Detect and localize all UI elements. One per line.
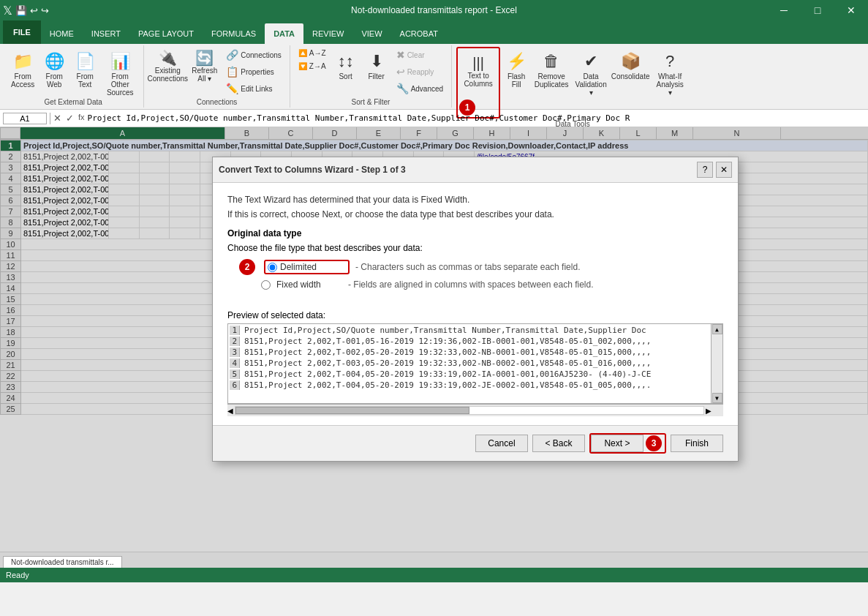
from-text-label: FromText xyxy=(77,72,94,89)
fixed-width-label[interactable]: Fixed width xyxy=(276,279,342,290)
insert-function-icon[interactable]: fx xyxy=(78,113,85,124)
tab-acrobat[interactable]: ACROBAT xyxy=(391,23,447,44)
connections-button[interactable]: 🔗 Connections xyxy=(222,47,285,63)
preview-horizontal-scrollbar[interactable]: ◀ ▶ xyxy=(227,404,723,416)
tab-page-layout[interactable]: PAGE LAYOUT xyxy=(129,23,203,44)
what-if-label: What-IfAnalysis ▾ xyxy=(654,72,685,97)
close-button[interactable]: ✕ xyxy=(834,0,868,20)
sort-za-icon: 🔽 xyxy=(298,62,307,70)
preview-cell-3: 8151,Project 2,002,T-002,05-20-2019 19:3… xyxy=(241,348,721,357)
window-title: Not-downloaded transmittals report - Exc… xyxy=(351,5,517,15)
clear-button[interactable]: ✖ Clear xyxy=(393,47,447,63)
sort-button[interactable]: ↕↕ Sort xyxy=(331,47,361,97)
connections-group-label: Connections xyxy=(197,98,238,106)
from-web-button[interactable]: 🌐 FromWeb xyxy=(39,47,69,97)
excel-icon: 𝕏 xyxy=(3,4,12,18)
what-if-button[interactable]: ? What-IfAnalysis ▾ xyxy=(651,47,689,97)
scroll-up-button[interactable]: ▲ xyxy=(712,324,722,334)
sort-az-button[interactable]: 🔼 A→Z xyxy=(295,47,330,59)
redo-icon[interactable]: ↪ xyxy=(41,5,49,16)
group-sort-filter: 🔼 A→Z 🔽 Z→A ↕↕ Sort ⬇ Filter ✖ Clear xyxy=(290,45,452,108)
minimize-button[interactable]: ─ xyxy=(767,0,801,20)
fixed-width-radio[interactable] xyxy=(261,280,271,290)
from-text-button[interactable]: 📄 FromText xyxy=(70,47,99,97)
scroll-right-button[interactable]: ▶ xyxy=(706,407,712,415)
maximize-button[interactable]: □ xyxy=(801,0,834,20)
text-to-columns-button[interactable]: ||| Text toColumns xyxy=(459,50,497,99)
tab-view[interactable]: VIEW xyxy=(352,23,390,44)
from-other-sources-button[interactable]: 📊 From OtherSources xyxy=(101,47,139,97)
formula-bar: ✕ ✓ fx Project Id,Project,SO/Quote numbe… xyxy=(0,110,868,127)
delimited-label[interactable]: Delimited xyxy=(280,262,346,272)
tab-insert[interactable]: INSERT xyxy=(83,23,129,44)
scroll-left-button[interactable]: ◀ xyxy=(227,407,233,415)
tab-home[interactable]: HOME xyxy=(41,23,83,44)
formula-content[interactable]: Project Id,Project,SO/Quote number,Trans… xyxy=(88,113,865,123)
data-tools-content: ||| Text toColumns 1 ⚡ FlashFill 🗑 Remov… xyxy=(456,47,689,119)
filter-button[interactable]: ⬇ Filter xyxy=(362,47,391,97)
tab-data[interactable]: DATA xyxy=(265,23,303,44)
formula-divider xyxy=(50,113,50,124)
preview-row-1: 1 Project Id,Project,SO/Quote number,Tra… xyxy=(230,326,721,335)
data-validation-button[interactable]: ✔ DataValidation ▾ xyxy=(572,47,610,97)
next-button[interactable]: Next > xyxy=(591,435,644,452)
preview-cell-1: Project Id,Project,SO/Quote number,Trans… xyxy=(241,326,721,335)
delimited-radio[interactable] xyxy=(268,263,277,272)
from-access-icon: 📁 xyxy=(13,52,33,71)
refresh-all-icon: 🔄 xyxy=(195,49,214,67)
dialog-help-button[interactable]: ? xyxy=(697,162,713,178)
enter-formula-icon[interactable]: ✓ xyxy=(66,113,74,124)
window-controls: ─ □ ✕ xyxy=(767,0,868,20)
advanced-button[interactable]: 🔧 Advanced xyxy=(393,80,447,97)
preview-cell-2: 8151,Project 2,002,T-001,05-16-2019 12:1… xyxy=(241,337,721,346)
sort-za-button[interactable]: 🔽 Z→A xyxy=(295,60,330,72)
scroll-down-button[interactable]: ▼ xyxy=(712,393,722,403)
cancel-button[interactable]: Cancel xyxy=(475,435,528,452)
connections-content: 🔌 ExistingConnections 🔄 RefreshAll ▾ 🔗 C… xyxy=(148,47,285,97)
save-icon[interactable]: 💾 xyxy=(15,5,27,16)
from-access-button[interactable]: 📁 FromAccess xyxy=(7,47,38,97)
preview-row-num-4: 4 xyxy=(230,358,240,368)
finish-button[interactable]: Finish xyxy=(671,435,723,452)
delimited-highlight: Delimited xyxy=(264,260,350,274)
edit-links-label: Edit Links xyxy=(241,85,272,93)
consolidate-icon: 📦 xyxy=(621,52,641,71)
filter-small-buttons: ✖ Clear ↩ Reapply 🔧 Advanced xyxy=(393,47,447,97)
tab-file[interactable]: FILE xyxy=(3,20,41,44)
dialog-close-button[interactable]: ✕ xyxy=(716,162,732,178)
from-text-icon: 📄 xyxy=(75,52,95,71)
edit-links-button[interactable]: ✏️ Edit Links xyxy=(222,80,285,97)
name-box[interactable] xyxy=(3,113,47,124)
existing-connections-label: ExistingConnections xyxy=(147,67,188,83)
consolidate-button[interactable]: 📦 Consolidate xyxy=(611,47,649,97)
dialog-title: Convert Text to Columns Wizard - Step 1 … xyxy=(219,165,406,175)
section-sub-label: Choose the file type that best describes… xyxy=(227,243,723,253)
properties-button[interactable]: 📋 Properties xyxy=(222,64,285,80)
connections-icon: 🔗 xyxy=(226,49,238,61)
tab-formulas[interactable]: FORMULAS xyxy=(203,23,265,44)
from-other-label: From OtherSources xyxy=(105,72,135,97)
properties-icon: 📋 xyxy=(226,66,238,78)
sheet-tab-1[interactable]: Not-downloaded transmittals r... xyxy=(3,556,122,568)
preview-label: Preview of selected data: xyxy=(227,310,723,320)
sort-label: Sort xyxy=(339,72,352,80)
preview-vertical-scrollbar[interactable]: ▲ ▼ xyxy=(711,324,722,403)
flash-fill-button[interactable]: ⚡ FlashFill xyxy=(502,47,531,97)
back-button[interactable]: < Back xyxy=(532,435,585,452)
reapply-button[interactable]: ↩ Reapply xyxy=(393,64,447,80)
next-button-highlight: Next > 3 xyxy=(589,433,666,454)
h-scroll-thumb[interactable] xyxy=(235,407,469,414)
preview-row-6: 6 8151,Project 2,002,T-004,05-20-2019 19… xyxy=(230,380,721,390)
existing-connections-button[interactable]: 🔌 ExistingConnections xyxy=(148,47,186,97)
tab-review[interactable]: REVIEW xyxy=(303,23,352,44)
delimited-radio-row: 2 Delimited - Characters such as commas … xyxy=(239,259,723,275)
clear-icon: ✖ xyxy=(396,49,405,61)
h-scroll-track xyxy=(235,406,704,415)
refresh-all-button[interactable]: 🔄 RefreshAll ▾ xyxy=(188,47,221,97)
connections-label: Connections xyxy=(241,51,282,59)
original-data-type-label: Original data type xyxy=(227,228,723,238)
cancel-formula-icon[interactable]: ✕ xyxy=(53,113,61,124)
undo-icon[interactable]: ↩ xyxy=(30,5,38,16)
remove-duplicates-button[interactable]: 🗑 RemoveDuplicates xyxy=(532,47,570,97)
dialog-controls: ? ✕ xyxy=(697,162,732,178)
